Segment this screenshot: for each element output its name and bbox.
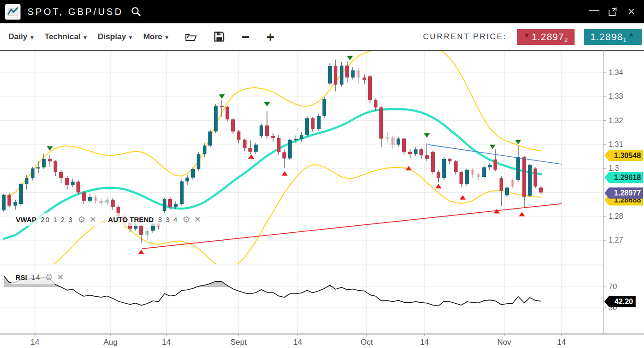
chevron-down-icon: ▾ (129, 34, 132, 41)
svg-text:1.28: 1.28 (609, 212, 623, 220)
window-controls: — ✕ (589, 7, 637, 17)
svg-text:1.27: 1.27 (609, 236, 623, 244)
close-icon[interactable]: ✕ (194, 215, 200, 224)
zoom-in-button[interactable]: + (267, 32, 275, 42)
svg-text:Sept: Sept (231, 338, 247, 347)
open-folder-icon[interactable] (185, 32, 197, 42)
close-button[interactable]: ✕ (626, 7, 637, 17)
vwap-legend-name: VWAP (16, 216, 36, 223)
zoom-out-button[interactable]: − (241, 32, 250, 42)
svg-text:1.29618: 1.29618 (614, 174, 641, 181)
technical-menu-label: Technical (45, 32, 81, 42)
arrow-up-icon: ▲ (628, 30, 635, 38)
vwap-legend-params: 20 1 2 3 (41, 216, 73, 223)
autotrend-legend-params: 3 3 4 (158, 216, 178, 223)
svg-text:1.34: 1.34 (609, 69, 623, 77)
chevron-down-icon: ▾ (84, 34, 87, 41)
popout-button[interactable] (608, 7, 618, 17)
ask-price-subscript: 1 (623, 36, 627, 43)
vwap-legend: VWAP 20 1 2 3 ⚙ ✕ (11, 213, 101, 226)
app-logo-icon (5, 4, 21, 20)
window-title: SPOT, GBP/USD (27, 7, 123, 17)
timeframe-menu-label: Daily (8, 32, 27, 42)
svg-text:14: 14 (294, 338, 302, 347)
svg-text:Oct: Oct (361, 338, 373, 347)
svg-text:Nov: Nov (497, 338, 512, 347)
chart-window: 1.341.331.321.311.31.281.27703014Aug14Se… (0, 0, 644, 348)
gear-icon[interactable]: ⚙ (45, 274, 53, 281)
gear-icon[interactable]: ⚙ (182, 216, 190, 223)
bid-price-value: 1.2897 (532, 31, 564, 42)
svg-text:1.28977: 1.28977 (614, 189, 641, 197)
rsi-legend-name: RSI (15, 273, 27, 281)
display-menu-label: Display (98, 32, 126, 42)
svg-text:14: 14 (420, 338, 429, 347)
close-icon[interactable]: ✕ (89, 215, 96, 224)
arrow-down-icon: ▼ (523, 31, 531, 39)
toolbar: Daily ▾ Technical ▾ Display ▾ More ▾ (0, 23, 644, 50)
bid-price-box[interactable]: ▼ 1.2897 2 (517, 29, 575, 45)
svg-text:70: 70 (609, 283, 617, 291)
rsi-legend: RSI 14 ⚙ ✕ (11, 271, 68, 284)
rsi-legend-params: 14 (31, 273, 41, 281)
svg-text:42.20: 42.20 (614, 298, 633, 306)
display-menu[interactable]: Display ▾ (98, 32, 132, 42)
technical-menu[interactable]: Technical ▾ (45, 32, 87, 42)
svg-text:14: 14 (31, 338, 40, 347)
ask-price-value: 1.2898 (590, 31, 623, 42)
svg-text:Aug: Aug (103, 338, 117, 347)
current-price-label: CURRENT PRICE: (423, 32, 507, 42)
svg-text:1.3: 1.3 (609, 164, 619, 172)
ask-price-box[interactable]: 1.2898 1 ▲ (584, 29, 642, 45)
timeframe-menu[interactable]: Daily ▾ (8, 32, 34, 42)
save-icon[interactable] (214, 31, 225, 42)
more-menu-label: More (143, 32, 162, 42)
svg-text:1.32: 1.32 (609, 117, 623, 125)
more-menu[interactable]: More ▾ (143, 32, 168, 42)
svg-text:1.31: 1.31 (609, 140, 623, 148)
close-icon[interactable]: ✕ (57, 273, 63, 282)
bid-price-subscript: 2 (564, 36, 568, 43)
svg-text:14: 14 (162, 338, 171, 347)
search-icon[interactable] (130, 6, 142, 17)
chevron-down-icon: ▾ (165, 34, 168, 41)
gear-icon[interactable]: ⚙ (77, 216, 85, 223)
title-bar: SPOT, GBP/USD — ✕ (0, 0, 644, 23)
autotrend-legend: AUTO TREND 3 3 4 ⚙ ✕ (103, 213, 206, 226)
indicator-legend-row: VWAP 20 1 2 3 ⚙ ✕ AUTO TREND 3 3 4 ⚙ ✕ (11, 213, 206, 226)
chart-canvas[interactable]: 1.341.331.321.311.31.281.27703014Aug14Se… (0, 0, 644, 348)
autotrend-legend-name: AUTO TREND (108, 216, 154, 223)
chevron-down-icon: ▾ (31, 34, 34, 41)
svg-text:1.33: 1.33 (609, 92, 623, 100)
svg-text:1.30548: 1.30548 (614, 152, 641, 160)
minimize-button[interactable]: — (589, 5, 599, 15)
svg-text:14: 14 (557, 338, 566, 347)
